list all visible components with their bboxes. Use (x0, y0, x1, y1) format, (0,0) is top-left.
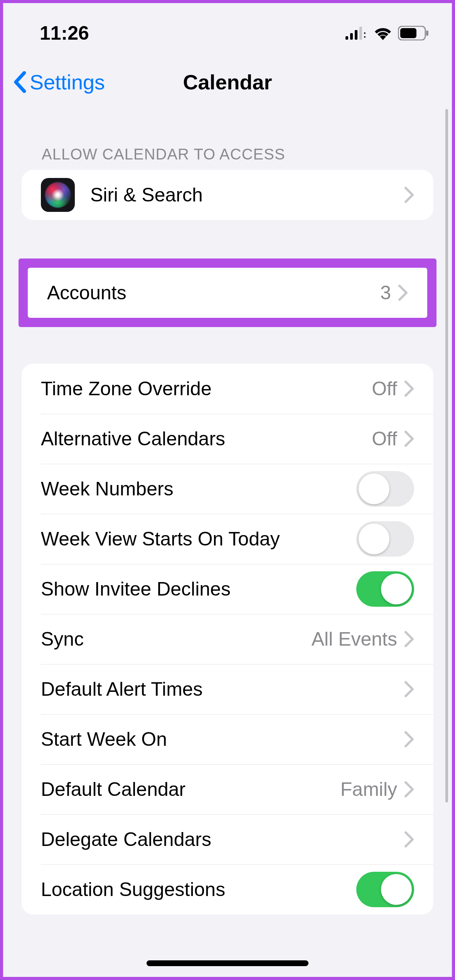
highlight-accounts: Accounts 3 (19, 258, 436, 327)
chevron-left-icon (13, 71, 27, 93)
row-label: Default Alert Times (41, 678, 404, 700)
group-header-access: Allow Calendar to Access (42, 146, 452, 163)
row-label: Delegate Calendars (41, 828, 404, 851)
row-delegate-calendars[interactable]: Delegate Calendars (22, 814, 433, 864)
status-bar: 11:26 (3, 3, 452, 55)
row-show-invitee-declines[interactable]: Show Invitee Declines (22, 564, 433, 614)
toggle-week-view-today[interactable] (356, 521, 414, 557)
row-value: Off (372, 378, 397, 400)
siri-icon (41, 178, 75, 212)
row-value: 3 (380, 282, 391, 304)
home-indicator[interactable] (147, 960, 308, 966)
row-time-zone-override[interactable]: Time Zone Override Off (22, 364, 433, 414)
row-label: Default Calendar (41, 778, 340, 800)
row-label: Show Invitee Declines (41, 578, 356, 600)
chevron-right-icon (404, 781, 414, 798)
svg-rect-1 (350, 33, 353, 40)
row-label: Location Suggestions (41, 878, 356, 901)
back-button[interactable]: Settings (3, 70, 105, 94)
chevron-right-icon (404, 731, 414, 748)
row-alternative-calendars[interactable]: Alternative Calendars Off (22, 414, 433, 464)
chevron-right-icon (404, 831, 414, 848)
svg-rect-7 (400, 28, 416, 38)
screen: 11:26 (0, 0, 455, 980)
row-label: Siri & Search (90, 184, 404, 206)
battery-icon (398, 26, 429, 40)
svg-rect-8 (426, 30, 428, 36)
svg-rect-3 (359, 27, 362, 40)
svg-rect-2 (355, 30, 357, 40)
row-label: Week View Starts On Today (41, 528, 356, 550)
row-value: All Events (312, 628, 397, 650)
chevron-right-icon (404, 186, 414, 203)
toggle-show-invitee-declines[interactable] (356, 571, 414, 607)
chevron-right-icon (404, 631, 414, 648)
row-week-view-today[interactable]: Week View Starts On Today (22, 514, 433, 564)
row-location-suggestions[interactable]: Location Suggestions (22, 864, 433, 915)
siri-card: Siri & Search (22, 170, 433, 220)
row-week-numbers[interactable]: Week Numbers (22, 464, 433, 514)
svg-rect-4 (364, 36, 366, 38)
row-start-week-on[interactable]: Start Week On (22, 714, 433, 764)
row-value: Family (340, 778, 397, 800)
page-title: Calendar (183, 70, 272, 94)
row-default-calendar[interactable]: Default Calendar Family (22, 764, 433, 814)
row-value: Off (372, 428, 397, 450)
chevron-right-icon (398, 284, 408, 301)
toggle-week-numbers[interactable] (356, 471, 414, 507)
settings-group: Time Zone Override Off Alternative Calen… (3, 364, 452, 915)
row-siri-search[interactable]: Siri & Search (22, 170, 433, 220)
settings-card: Time Zone Override Off Alternative Calen… (22, 364, 433, 915)
row-label: Accounts (47, 282, 380, 304)
status-icons (345, 26, 429, 40)
row-label: Week Numbers (41, 478, 356, 500)
svg-rect-0 (345, 36, 348, 40)
row-label: Sync (41, 628, 312, 650)
chevron-right-icon (404, 380, 414, 397)
row-sync[interactable]: Sync All Events (22, 614, 433, 664)
cellular-icon (345, 27, 368, 40)
chevron-right-icon (404, 430, 414, 447)
svg-rect-5 (364, 32, 366, 34)
scroll-indicator[interactable] (445, 109, 448, 802)
chevron-right-icon (404, 681, 414, 698)
toggle-location-suggestions[interactable] (356, 872, 414, 907)
wifi-icon (373, 26, 393, 40)
row-label: Start Week On (41, 728, 404, 750)
nav-bar: Settings Calendar (3, 59, 452, 105)
row-accounts[interactable]: Accounts 3 (28, 268, 427, 318)
back-label: Settings (30, 70, 105, 94)
accounts-card: Accounts 3 (28, 268, 427, 318)
status-time: 11:26 (40, 22, 89, 44)
row-default-alert-times[interactable]: Default Alert Times (22, 664, 433, 714)
row-label: Time Zone Override (41, 378, 372, 400)
row-label: Alternative Calendars (41, 428, 372, 450)
